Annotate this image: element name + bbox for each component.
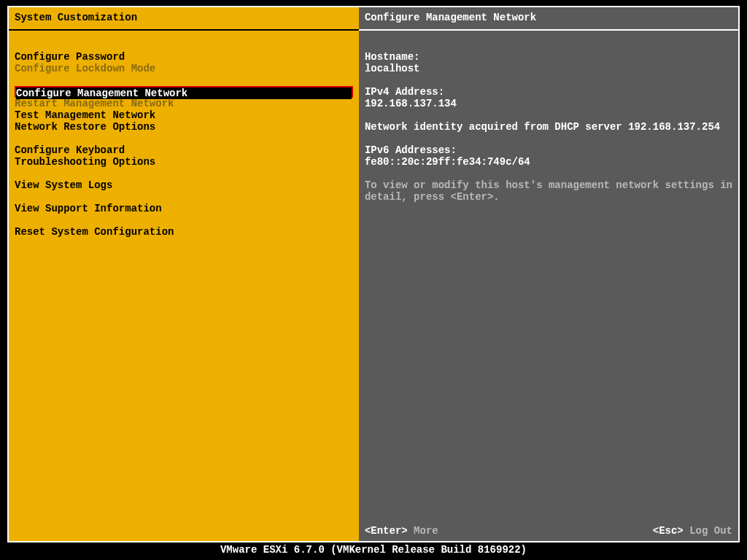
main-frame: System Customization Configure PasswordC… xyxy=(7,6,740,542)
ipv6-value: fe80::20c:29ff:fe34:749c/64 xyxy=(365,156,732,168)
menu-item: Configure Lockdown Mode xyxy=(9,63,359,74)
menu-group-separator xyxy=(9,191,359,203)
status-bar: VMware ESXi 6.7.0 (VMKernel Release Buil… xyxy=(0,544,747,557)
hostname-value: localhost xyxy=(365,63,732,74)
right-footer: <Enter> More <Esc> Log Out xyxy=(359,525,738,537)
footer-enter-hint[interactable]: <Enter> More xyxy=(365,525,438,537)
menu-item[interactable]: Restart Management Network xyxy=(9,98,359,109)
hint-line-1: To view or modify this host's management… xyxy=(365,179,732,191)
left-panel-title: System Customization xyxy=(9,7,359,31)
hint-line-2: detail, press <Enter>. xyxy=(365,191,732,203)
blank-line xyxy=(365,133,732,144)
esc-key-label: <Esc> xyxy=(653,525,684,537)
menu-item[interactable]: Test Management Network xyxy=(9,109,359,121)
menu-item[interactable]: Configure Password xyxy=(9,51,359,63)
menu-item[interactable]: Reset System Configuration xyxy=(9,226,359,238)
enter-action-label: More xyxy=(408,525,438,537)
menu-item[interactable]: View Support Information xyxy=(9,203,359,214)
menu-group-separator xyxy=(9,214,359,226)
blank-line xyxy=(365,168,732,179)
menu-list: Configure PasswordConfigure Lockdown Mod… xyxy=(9,31,359,541)
left-panel: System Customization Configure PasswordC… xyxy=(9,7,359,541)
ipv6-label: IPv6 Addresses: xyxy=(365,144,732,156)
esc-action-label: Log Out xyxy=(684,525,732,537)
dhcp-line: Network identity acquired from DHCP serv… xyxy=(365,121,732,133)
menu-item[interactable]: Network Restore Options xyxy=(9,121,359,133)
menu-group-separator xyxy=(9,133,359,144)
esxi-dcui-screen: System Customization Configure PasswordC… xyxy=(0,0,747,560)
menu-item[interactable]: Configure Keyboard xyxy=(9,144,359,156)
enter-key-label: <Enter> xyxy=(365,525,408,537)
right-panel-title: Configure Management Network xyxy=(359,7,738,31)
hostname-label: Hostname: xyxy=(365,51,732,63)
right-panel-body: Hostname: localhost IPv4 Address: 192.16… xyxy=(359,31,738,541)
menu-item[interactable]: View System Logs xyxy=(9,179,359,191)
menu-item[interactable]: Troubleshooting Options xyxy=(9,156,359,168)
ipv4-label: IPv4 Address: xyxy=(365,86,732,98)
footer-esc-hint[interactable]: <Esc> Log Out xyxy=(653,525,732,537)
ipv4-value: 192.168.137.134 xyxy=(365,98,732,109)
blank-line xyxy=(365,74,732,86)
right-panel: Configure Management Network Hostname: l… xyxy=(359,7,738,541)
menu-item-selected-highlight[interactable]: Configure Management Network xyxy=(15,86,353,98)
blank-line xyxy=(365,109,732,121)
menu-group-separator xyxy=(9,168,359,179)
menu-group-separator xyxy=(9,74,359,86)
